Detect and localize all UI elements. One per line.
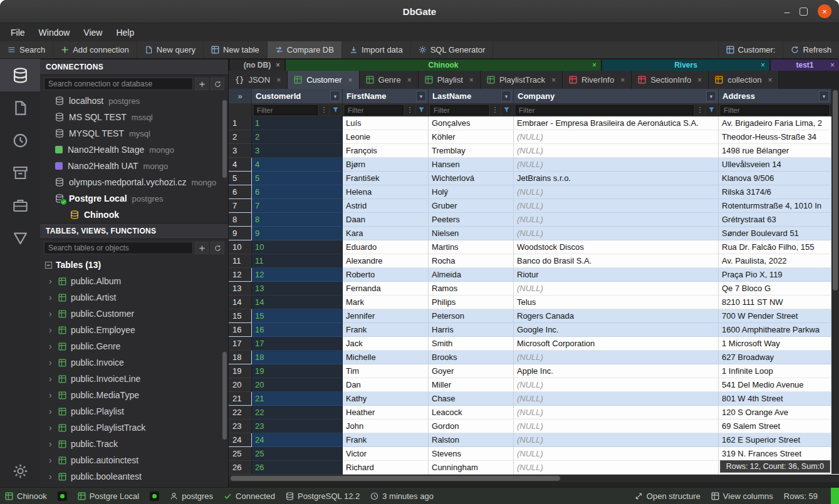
close-tab-icon[interactable]: × [551, 76, 556, 85]
column-dropdown-icon[interactable]: ▾ [819, 91, 829, 101]
cell[interactable]: (NULL) [514, 461, 719, 475]
cell[interactable]: 24 [252, 433, 343, 447]
cell[interactable]: John [343, 419, 429, 433]
cell[interactable]: 1 Infinite Loop [719, 364, 831, 378]
connection-olympus-medportal-vychozi-cz[interactable]: olympus-medportal.vychozi.czmongo [40, 174, 228, 190]
cell[interactable]: (NULL) [514, 199, 719, 213]
cell[interactable]: 801 W 4th Street [719, 392, 831, 406]
column-header-lastname[interactable]: LastName▾ [429, 89, 514, 103]
close-tab-icon[interactable]: × [407, 76, 412, 85]
cell[interactable]: 22 [252, 406, 343, 419]
filter-funnel-icon[interactable] [416, 105, 426, 115]
tables-scrollbar[interactable] [222, 352, 227, 440]
cell[interactable]: Jack [343, 337, 429, 351]
table-row[interactable]: 77AstridGruber(NULL)Rotenturmstraße 4, 1… [229, 199, 831, 213]
close-tab-icon[interactable]: × [469, 76, 474, 85]
cell[interactable]: Av. Brigadeiro Faria Lima, 2 [719, 116, 831, 130]
cell[interactable]: Wichterlová [429, 172, 514, 185]
cell[interactable]: Tim [343, 364, 429, 378]
expand-columns-button[interactable]: » [229, 89, 252, 103]
table-row[interactable]: 1515JenniferPetersonRogers Canada700 W P… [229, 309, 831, 323]
cell[interactable]: Kara [343, 227, 429, 240]
vertical-scrollbar-thumb[interactable] [833, 90, 838, 291]
table-row[interactable]: 1010EduardoMartinsWoodstock DiscosRua Dr… [229, 240, 831, 254]
cell[interactable]: 14 [252, 296, 343, 309]
cell[interactable]: 12 [252, 268, 343, 282]
cell[interactable]: Almeida [429, 268, 514, 282]
add-connection-button[interactable] [195, 78, 209, 90]
cell[interactable]: Qe 7 Bloco G [719, 282, 831, 296]
cell[interactable]: François [343, 144, 429, 158]
cell[interactable]: Banco do Brasil S.A. [514, 254, 719, 268]
close-tab-icon[interactable]: × [768, 76, 772, 85]
cell[interactable]: 17 [252, 337, 343, 351]
connections-scrollbar[interactable] [222, 100, 227, 178]
table-row[interactable]: 33FrançoisTremblay(NULL)1498 rue Bélange… [229, 144, 831, 158]
cell[interactable]: 8210 111 ST NW [719, 296, 831, 309]
cell[interactable]: Woodstock Discos [514, 240, 719, 254]
title-bar[interactable]: DbGate – × [0, 0, 839, 23]
status-3-minutes-ago[interactable]: 3 minutes ago [370, 491, 434, 501]
cell[interactable]: 2 [252, 130, 343, 144]
toolbar-new-table[interactable]: New table [204, 41, 268, 58]
cell[interactable]: 4 [252, 158, 343, 172]
cell[interactable]: Kathy [343, 392, 429, 406]
cell[interactable]: Leacock [429, 406, 514, 419]
cell[interactable]: 1600 Amphitheatre Parkwa [719, 323, 831, 337]
cell[interactable]: (NULL) [514, 392, 719, 406]
cell[interactable]: Jennifer [343, 309, 429, 323]
cell[interactable]: Harris [429, 323, 514, 337]
cell[interactable]: Nielsen [429, 227, 514, 240]
cell[interactable]: Luís [343, 116, 429, 130]
toolbar-compare-db[interactable]: Compare DB [268, 41, 342, 58]
table-item-public-employee[interactable]: ›public.Employee [40, 322, 228, 338]
db-group-tab-no-db[interactable]: (no DB)× [230, 59, 284, 71]
table-item-public-mediatype[interactable]: ›public.MediaType [40, 387, 228, 403]
cell[interactable]: 9 [252, 227, 343, 240]
tables-search-input[interactable] [44, 242, 193, 254]
tab-customer[interactable]: Customer× [288, 71, 359, 89]
cell[interactable]: (NULL) [514, 144, 719, 158]
cell[interactable]: (NULL) [514, 213, 719, 227]
cell[interactable]: 18 [252, 351, 343, 364]
cell[interactable]: Rocha [429, 254, 514, 268]
filter-input-lastname[interactable] [430, 105, 489, 115]
cell[interactable]: Praça Pio X, 119 [719, 268, 831, 282]
sidebar-connections-button[interactable] [0, 59, 40, 91]
close-tab-icon[interactable]: × [620, 76, 625, 85]
table-row[interactable]: 2323JohnGordon(NULL)69 Salem Street [229, 419, 831, 433]
toolbar-sql-generator[interactable]: SQL Generator [411, 41, 494, 58]
menu-item-file[interactable]: File [4, 25, 32, 40]
vertical-scrollbar[interactable] [831, 89, 839, 474]
tab-riverinfo[interactable]: RiverInfo× [563, 71, 632, 89]
table-row[interactable]: 55FrantišekWichterlováJetBrains s.r.o.Kl… [229, 172, 831, 185]
db-group-tab-chinook[interactable]: Chinook× [286, 59, 601, 71]
table-row[interactable]: 2020DanMiller(NULL)541 Del Medio Avenue [229, 378, 831, 392]
cell[interactable]: Embraer - Empresa Brasileira de Aeronáut… [514, 116, 719, 130]
close-tab-icon[interactable]: × [592, 61, 597, 69]
cell[interactable]: Frank [343, 323, 429, 337]
cell[interactable]: 23 [252, 419, 343, 433]
table-row[interactable]: 1313FernandaRamos(NULL)Qe 7 Bloco G [229, 282, 831, 296]
cell[interactable]: Rua Dr. Falcão Filho, 155 [719, 240, 831, 254]
table-row[interactable]: 2525VictorStevens(NULL)319 N. Frances St… [229, 447, 831, 461]
connections-search-input[interactable] [44, 78, 193, 90]
menu-item-window[interactable]: Window [32, 25, 77, 40]
cell[interactable]: Mark [343, 296, 429, 309]
cell[interactable]: (NULL) [514, 351, 719, 364]
sidebar-filters-button[interactable] [0, 222, 40, 254]
toolbar-customer[interactable]: Customer: [718, 41, 783, 58]
cell[interactable]: 15 [252, 309, 343, 323]
cell[interactable]: Roberto [343, 268, 429, 282]
cell[interactable]: 20 [252, 378, 343, 392]
cell[interactable]: 627 Broadway [719, 351, 831, 364]
cell[interactable]: Theodor-Heuss-Straße 34 [719, 130, 831, 144]
cell[interactable]: Heather [343, 406, 429, 419]
cell[interactable]: 5 [252, 172, 343, 185]
tab-sectioninfo[interactable]: SectionInfo× [632, 71, 709, 89]
cell[interactable]: (NULL) [514, 447, 719, 461]
table-row[interactable]: 22LeonieKöhler(NULL)Theodor-Heuss-Straße… [229, 130, 831, 144]
close-button[interactable]: × [818, 4, 831, 18]
table-row[interactable]: 99KaraNielsen(NULL)Sønder Boulevard 51 [229, 227, 831, 240]
table-item-public-playlist[interactable]: ›public.Playlist [40, 403, 228, 419]
